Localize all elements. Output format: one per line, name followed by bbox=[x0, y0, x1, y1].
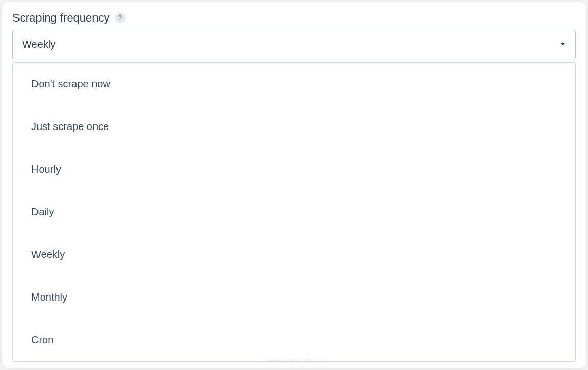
settings-card: Scraping frequency ? Weekly Don't scrape… bbox=[2, 2, 586, 368]
help-icon[interactable]: ? bbox=[115, 13, 125, 23]
frequency-select-value: Weekly bbox=[22, 39, 55, 50]
option-monthly[interactable]: Monthly bbox=[13, 276, 575, 319]
field-label: Scraping frequency bbox=[12, 11, 110, 25]
option-weekly[interactable]: Weekly bbox=[13, 233, 575, 276]
option-dont-scrape-now[interactable]: Don't scrape now bbox=[13, 63, 575, 105]
option-just-scrape-once[interactable]: Just scrape once bbox=[13, 105, 575, 148]
option-daily[interactable]: Daily bbox=[13, 191, 575, 233]
chevron-down-icon bbox=[560, 40, 566, 49]
frequency-select[interactable]: Weekly bbox=[12, 30, 576, 59]
option-hourly[interactable]: Hourly bbox=[13, 148, 575, 191]
frequency-dropdown: Don't scrape now Just scrape once Hourly… bbox=[12, 62, 576, 362]
option-cron[interactable]: Cron bbox=[13, 319, 575, 361]
field-label-row: Scraping frequency ? bbox=[12, 11, 576, 25]
